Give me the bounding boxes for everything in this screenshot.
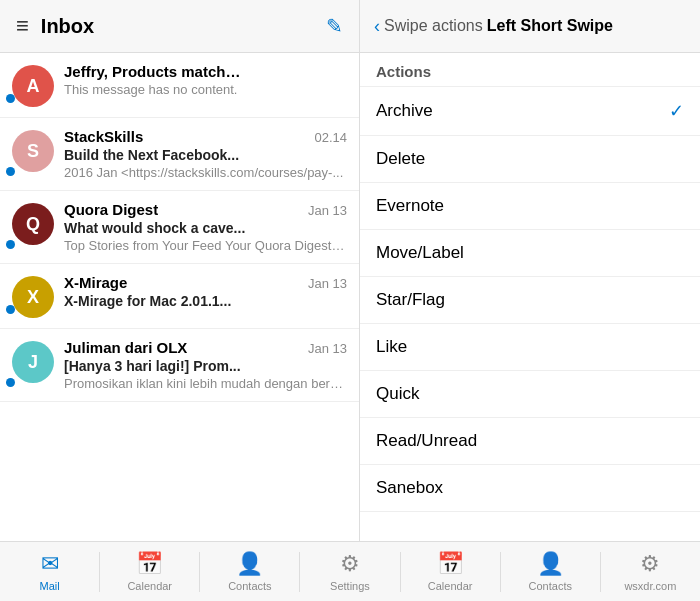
swipe-action-read-unread[interactable]: Read/Unread xyxy=(360,418,700,465)
email-date-2: 02.14 xyxy=(314,130,347,145)
swipe-action-label-1: Delete xyxy=(376,149,425,169)
email-content-4: X-MirageJan 13X-Mirage for Mac 2.01.1... xyxy=(64,274,347,311)
unread-dot-4 xyxy=(6,305,15,314)
contacts-icon-2: 👤 xyxy=(537,551,564,577)
email-date-4: Jan 13 xyxy=(308,276,347,291)
swipe-actions-panel: Actions Archive✓DeleteEvernoteMove/Label… xyxy=(360,53,700,541)
email-item-2[interactable]: SStackSkills02.14Build the Next Facebook… xyxy=(0,118,359,191)
email-subject-2: Build the Next Facebook... xyxy=(64,147,347,163)
tab-calendar-1[interactable]: 📅 Calendar xyxy=(100,542,199,601)
email-content-1: Jeffry, Products matchin...This message … xyxy=(64,63,347,97)
email-content-5: Juliman dari OLXJan 13[Hanya 3 hari lagi… xyxy=(64,339,347,391)
swipe-action-evernote[interactable]: Evernote xyxy=(360,183,700,230)
email-preview-5: Promosikan iklan kini lebih mudah dengan… xyxy=(64,376,347,391)
email-content-2: StackSkills02.14Build the Next Facebook.… xyxy=(64,128,347,180)
swipe-action-label-6: Quick xyxy=(376,384,419,404)
tab-bar: ✉ Mail 📅 Calendar 👤 Contacts ⚙ Settings … xyxy=(0,541,700,601)
sender-name-2: StackSkills xyxy=(64,128,143,145)
swipe-action-sanebox[interactable]: Sanebox xyxy=(360,465,700,512)
swipe-mode-label: Left Short Swipe xyxy=(487,17,613,35)
swipe-action-label-4: Star/Flag xyxy=(376,290,445,310)
email-preview-2: 2016 Jan <https://stackskills.com/course… xyxy=(64,165,347,180)
hamburger-icon[interactable]: ≡ xyxy=(16,13,29,39)
swipe-action-label-0: Archive xyxy=(376,101,433,121)
contacts-icon-1: 👤 xyxy=(236,551,263,577)
tab-calendar-2[interactable]: 📅 Calendar xyxy=(401,542,500,601)
tab-contacts-1-label: Contacts xyxy=(228,580,271,592)
swipe-action-label-7: Read/Unread xyxy=(376,431,477,451)
avatar-1: A xyxy=(12,65,54,107)
email-item-1[interactable]: AJeffry, Products matchin...This message… xyxy=(0,53,359,118)
email-item-5[interactable]: JJuliman dari OLXJan 13[Hanya 3 hari lag… xyxy=(0,329,359,402)
email-subject-3: What would shock a cave... xyxy=(64,220,347,236)
email-preview-3: Top Stories from Your Feed Your Quora Di… xyxy=(64,238,347,253)
check-icon-0: ✓ xyxy=(669,100,684,122)
email-item-4[interactable]: XX-MirageJan 13X-Mirage for Mac 2.01.1..… xyxy=(0,264,359,329)
email-subject-4: X-Mirage for Mac 2.01.1... xyxy=(64,293,347,309)
tab-wsxdr[interactable]: ⚙ wsxdr.com xyxy=(601,542,700,601)
wsxdr-icon: ⚙ xyxy=(640,551,660,577)
email-subject-5: [Hanya 3 hari lagi!] Prom... xyxy=(64,358,347,374)
email-content-3: Quora DigestJan 13What would shock a cav… xyxy=(64,201,347,253)
sender-name-1: Jeffry, Products matchin... xyxy=(64,63,244,80)
swipe-action-delete[interactable]: Delete xyxy=(360,136,700,183)
sender-name-3: Quora Digest xyxy=(64,201,158,218)
email-item-3[interactable]: QQuora DigestJan 13What would shock a ca… xyxy=(0,191,359,264)
mail-icon: ✉ xyxy=(41,551,59,577)
swipe-actions-label: Swipe actions xyxy=(384,17,483,35)
unread-dot-5 xyxy=(6,378,15,387)
sender-name-4: X-Mirage xyxy=(64,274,127,291)
tab-settings[interactable]: ⚙ Settings xyxy=(300,542,399,601)
edit-icon[interactable]: ✎ xyxy=(326,14,343,38)
avatar-5: J xyxy=(12,341,54,383)
inbox-title: Inbox xyxy=(41,15,94,38)
tab-contacts-2[interactable]: 👤 Contacts xyxy=(501,542,600,601)
swipe-action-archive[interactable]: Archive✓ xyxy=(360,87,700,136)
swipe-action-star-flag[interactable]: Star/Flag xyxy=(360,277,700,324)
calendar-icon-2: 📅 xyxy=(437,551,464,577)
email-preview-1: This message has no content. xyxy=(64,82,347,97)
swipe-action-label-3: Move/Label xyxy=(376,243,464,263)
swipe-action-move-label[interactable]: Move/Label xyxy=(360,230,700,277)
tab-mail[interactable]: ✉ Mail xyxy=(0,542,99,601)
swipe-action-label-8: Sanebox xyxy=(376,478,443,498)
tab-mail-label: Mail xyxy=(39,580,59,592)
swipe-action-label-2: Evernote xyxy=(376,196,444,216)
actions-section-header: Actions xyxy=(360,53,700,87)
tab-calendar-1-label: Calendar xyxy=(127,580,172,592)
tab-contacts-1[interactable]: 👤 Contacts xyxy=(200,542,299,601)
email-date-5: Jan 13 xyxy=(308,341,347,356)
swipe-action-quick[interactable]: Quick xyxy=(360,371,700,418)
tab-calendar-2-label: Calendar xyxy=(428,580,473,592)
unread-dot-2 xyxy=(6,167,15,176)
swipe-action-label-5: Like xyxy=(376,337,407,357)
unread-dot-3 xyxy=(6,240,15,249)
avatar-4: X xyxy=(12,276,54,318)
email-list: AJeffry, Products matchin...This message… xyxy=(0,53,360,541)
sender-name-5: Juliman dari OLX xyxy=(64,339,187,356)
avatar-2: S xyxy=(12,130,54,172)
swipe-action-like[interactable]: Like xyxy=(360,324,700,371)
tab-settings-label: Settings xyxy=(330,580,370,592)
settings-icon: ⚙ xyxy=(340,551,360,577)
calendar-icon-1: 📅 xyxy=(136,551,163,577)
tab-contacts-2-label: Contacts xyxy=(529,580,572,592)
back-icon[interactable]: ‹ xyxy=(374,16,380,37)
unread-dot-1 xyxy=(6,94,15,103)
tab-wsxdr-label: wsxdr.com xyxy=(624,580,676,592)
email-date-3: Jan 13 xyxy=(308,203,347,218)
avatar-3: Q xyxy=(12,203,54,245)
